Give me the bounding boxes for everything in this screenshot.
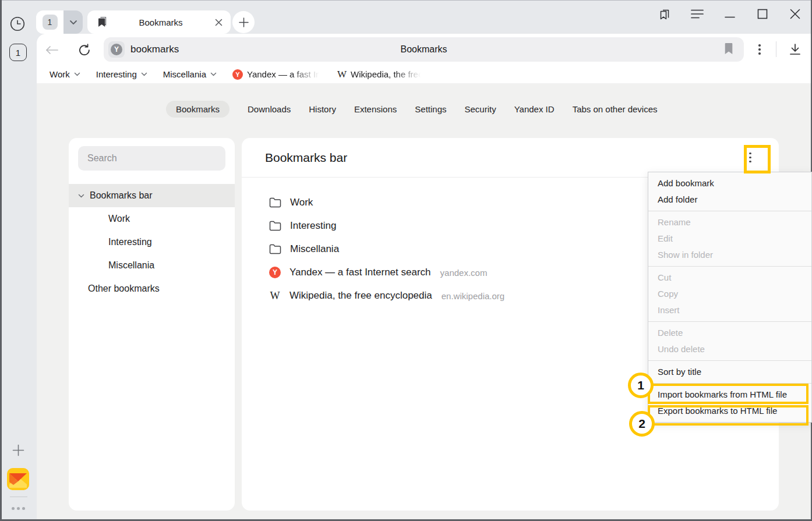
close-window-button[interactable]	[788, 6, 803, 22]
bookmarks-bar-folder-miscellania[interactable]: Miscellania	[163, 69, 217, 79]
menu-item-insert: Insert	[648, 302, 811, 318]
bookmark-favicon-icon	[98, 17, 107, 27]
tab-group-counter[interactable]: 1	[36, 10, 63, 34]
new-tab-button[interactable]	[232, 11, 255, 33]
chevron-down-icon	[69, 20, 77, 25]
add-bookmark-flag-button[interactable]	[724, 42, 733, 55]
highlight-box-export	[648, 405, 809, 426]
tab-history[interactable]: History	[309, 104, 336, 114]
mail-envelope-icon	[7, 468, 29, 490]
tab-yandex-id[interactable]: Yandex ID	[514, 104, 555, 114]
plus-icon	[239, 17, 249, 27]
chevron-down-icon	[78, 194, 84, 198]
tab-other-devices[interactable]: Tabs on other devices	[573, 104, 658, 114]
bookmark-flag-icon	[724, 42, 733, 55]
yandex-favicon: Y	[269, 267, 281, 278]
menu-item-delete: Delete	[648, 325, 811, 341]
bookmarks-bar-folder-work[interactable]: Work	[50, 69, 80, 79]
tab-extensions[interactable]: Extensions	[354, 104, 397, 114]
plus-icon	[12, 444, 24, 456]
tab-downloads[interactable]: Downloads	[248, 104, 291, 114]
tab-group-chip[interactable]: 1	[36, 10, 83, 34]
minimize-icon	[725, 9, 735, 19]
chevron-down-icon	[210, 72, 217, 76]
yandex-favicon: Y	[232, 69, 243, 80]
tab-settings[interactable]: Settings	[415, 104, 446, 114]
tab-security[interactable]: Security	[465, 104, 496, 114]
folder-icon	[269, 197, 281, 208]
tree-item-work[interactable]: Work	[69, 207, 235, 231]
download-icon	[789, 43, 802, 56]
menu-item-undo-delete: Undo delete	[648, 341, 811, 357]
bookmarks-bar-link-wikipedia[interactable]: W Wikipedia, the free	[337, 69, 423, 80]
tab-title: Bookmarks	[107, 17, 215, 27]
rail-add-button[interactable]	[12, 444, 24, 456]
wikipedia-favicon: W	[337, 69, 347, 80]
menu-item-rename: Rename	[648, 214, 811, 231]
close-tab-icon[interactable]	[215, 19, 223, 26]
tree-item-interesting[interactable]: Interesting	[69, 231, 235, 254]
browser-menu-button[interactable]	[690, 6, 705, 22]
manager-nav-tabs: Bookmarks Downloads History Extensions S…	[166, 100, 658, 118]
browser-tab-bookmarks[interactable]: Bookmarks	[87, 10, 231, 34]
rail-more-button[interactable]	[12, 507, 25, 510]
maximize-icon	[757, 9, 768, 19]
highlight-box-kebab	[744, 145, 771, 173]
highlight-box-import	[648, 384, 809, 404]
tree-item-bookmarks-bar[interactable]: Bookmarks bar	[69, 184, 235, 207]
toolbar-more-button[interactable]	[751, 41, 768, 58]
tab-list-dropdown[interactable]	[63, 10, 83, 34]
bookmarks-bar-link-yandex[interactable]: Y Yandex — a fast Int	[232, 69, 322, 80]
bookmarks-panel-button[interactable]	[657, 6, 672, 22]
folder-icon	[269, 244, 281, 254]
bookmarks-stack-icon	[658, 7, 672, 21]
menu-item-edit: Edit	[648, 231, 811, 247]
reload-icon	[78, 44, 91, 56]
folder-icon	[269, 221, 281, 231]
bookmarks-bar-folder-interesting[interactable]: Interesting	[96, 69, 147, 79]
history-clock-icon[interactable]	[10, 16, 25, 31]
tab-bookmarks[interactable]: Bookmarks	[166, 101, 230, 118]
rail-divider	[10, 497, 27, 497]
browser-chrome: Y bookmarks Bookmarks Work Interesting	[37, 34, 811, 83]
back-arrow-icon	[45, 45, 59, 55]
hamburger-menu-icon	[691, 9, 704, 19]
address-page-title: Bookmarks	[104, 37, 744, 62]
tree-item-other-bookmarks[interactable]: Other bookmarks	[69, 277, 235, 300]
reload-button[interactable]	[76, 42, 93, 58]
bookmarks-bar: Work Interesting Miscellania Y Yandex — …	[37, 65, 811, 83]
rail-tab-count: 1	[16, 48, 20, 58]
search-input[interactable]	[78, 146, 225, 171]
menu-item-cut: Cut	[648, 270, 811, 286]
callout-badge-1: 1	[628, 373, 654, 398]
callout-badge-2: 2	[629, 411, 655, 437]
bookmark-url: yandex.com	[440, 268, 488, 278]
folders-sidebar: Bookmarks bar Work Interesting Miscellan…	[69, 138, 235, 511]
yandex-mail-app-button[interactable]	[7, 468, 29, 490]
menu-item-copy: Copy	[648, 286, 811, 302]
menu-item-sort-by-title[interactable]: Sort by title	[648, 364, 811, 380]
back-button[interactable]	[44, 42, 60, 58]
chevron-down-icon	[74, 72, 80, 76]
close-icon	[790, 9, 800, 19]
chevron-down-icon	[141, 72, 147, 76]
minimize-button[interactable]	[722, 6, 737, 22]
browser-window: 1 1 Bookmarks	[0, 0, 812, 521]
panel-title: Bookmarks bar	[265, 151, 347, 165]
sidebar-tab-count-button[interactable]: 1	[9, 44, 27, 61]
maximize-button[interactable]	[755, 6, 770, 22]
downloads-button[interactable]	[787, 41, 803, 58]
menu-item-add-bookmark[interactable]: Add bookmark	[648, 175, 811, 192]
bookmark-url: en.wikipedia.org	[442, 291, 504, 301]
menu-item-show-in-folder: Show in folder	[648, 247, 811, 263]
tree-item-miscellania[interactable]: Miscellania	[69, 254, 235, 277]
wikipedia-favicon: W	[269, 290, 281, 302]
menu-item-add-folder[interactable]: Add folder	[648, 192, 811, 208]
toolbar-divider	[776, 41, 776, 57]
address-bar[interactable]: Y bookmarks Bookmarks	[104, 37, 744, 62]
